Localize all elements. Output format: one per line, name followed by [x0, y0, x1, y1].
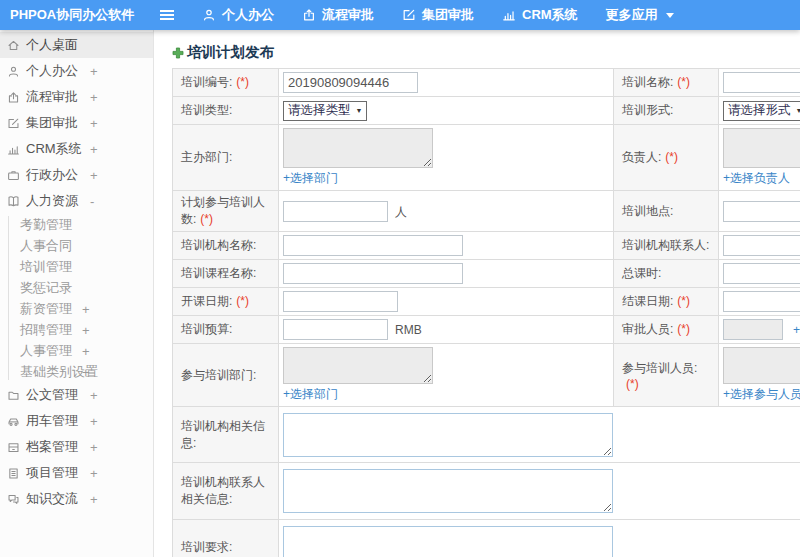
host-dept-textarea[interactable]	[283, 128, 433, 168]
car-icon	[7, 415, 20, 428]
training-type-select[interactable]: 请选择类型▼	[283, 101, 367, 121]
nav-group-approval[interactable]: 集团审批	[402, 6, 474, 24]
location-input[interactable]	[723, 201, 800, 222]
expand-plus-icon[interactable]: +	[90, 440, 98, 455]
form-row: 培训要求:	[173, 520, 800, 557]
briefcase-icon	[7, 169, 20, 182]
sidebar-item-label: 流程审批	[26, 88, 78, 106]
sidebar-subitem-label: 人事合同	[20, 237, 72, 255]
expand-plus-icon[interactable]: +	[90, 492, 98, 507]
sidebar-subitem-rewards[interactable]: 奖惩记录	[0, 277, 153, 298]
page-title-row: 培训计划发布	[155, 30, 800, 68]
budget-input[interactable]	[283, 319, 388, 340]
nav-personal-office[interactable]: 个人办公	[202, 6, 274, 24]
sidebar-subitem-label: 培训管理	[20, 258, 72, 276]
sidebar-item-admin-office[interactable]: 行政办公 +	[0, 162, 153, 188]
form-row: 开课日期:(*) 结课日期:(*)	[173, 288, 800, 316]
form-row: 计划参与培训人数:(*) 人 培训地点:	[173, 191, 800, 232]
training-no-input[interactable]	[283, 72, 418, 93]
sidebar-subitem-hr-contract[interactable]: 人事合同	[0, 235, 153, 256]
expand-plus-icon[interactable]: +	[90, 90, 98, 105]
org-contact-input[interactable]	[723, 235, 800, 256]
sidebar-subitem-training[interactable]: 培训管理	[0, 256, 153, 277]
sidebar-item-group-approval[interactable]: 集团审批 +	[0, 110, 153, 136]
org-contact-info-label: 培训机构联系人相关信息:	[181, 475, 265, 506]
location-label: 培训地点:	[622, 204, 673, 218]
planned-count-label: 计划参与培训人数:	[181, 195, 265, 226]
org-contact-label: 培训机构联系人:	[622, 238, 709, 252]
participating-dept-textarea[interactable]	[283, 347, 433, 384]
expand-plus-icon[interactable]: +	[90, 168, 98, 183]
requirements-label: 培训要求:	[181, 540, 232, 554]
select-participants-link[interactable]: +选择参与人员	[723, 386, 800, 403]
nav-label: CRM系统	[522, 6, 578, 24]
sidebar-item-label: 个人桌面	[26, 36, 78, 54]
expand-plus-icon[interactable]: +	[82, 301, 90, 316]
end-date-input[interactable]	[723, 291, 800, 312]
sidebar-subitem-recruiting[interactable]: 招聘管理 +	[0, 319, 153, 340]
participating-dept-label: 参与培训部门:	[181, 368, 256, 382]
expand-plus-icon[interactable]: +	[90, 466, 98, 481]
expand-plus-icon[interactable]: +	[90, 388, 98, 403]
expand-plus-icon[interactable]: +	[90, 116, 98, 131]
nav-crm-system[interactable]: CRM系统	[502, 6, 578, 24]
expand-plus-icon[interactable]: +	[82, 364, 90, 379]
expand-plus-icon[interactable]: +	[90, 414, 98, 429]
course-name-input[interactable]	[283, 263, 463, 284]
sidebar-subitem-attendance[interactable]: 考勤管理	[0, 214, 153, 235]
sidebar-item-label: 项目管理	[26, 464, 78, 482]
nav-more-apps[interactable]: 更多应用	[606, 6, 674, 24]
select-leader-link[interactable]: +选择负责人	[723, 170, 790, 187]
select-dept-link[interactable]: +选择部门	[283, 170, 338, 187]
nav-label: 集团审批	[422, 6, 474, 24]
sidebar-item-knowledge[interactable]: 知识交流 +	[0, 486, 153, 512]
nav-label: 流程审批	[322, 6, 374, 24]
sidebar-subitem-personnel[interactable]: 人事管理 +	[0, 340, 153, 361]
training-type-label: 培训类型:	[181, 103, 232, 117]
participants-textarea[interactable]	[723, 347, 800, 384]
caret-down-icon: ▼	[796, 107, 800, 114]
nav-process-approval[interactable]: 流程审批	[302, 6, 374, 24]
org-name-input[interactable]	[283, 235, 463, 256]
sidebar-item-crm[interactable]: CRM系统 +	[0, 136, 153, 162]
requirements-textarea[interactable]	[283, 526, 613, 557]
start-date-input[interactable]	[283, 291, 398, 312]
sidebar-item-label: 集团审批	[26, 114, 78, 132]
user-icon	[202, 8, 216, 22]
sidebar-item-vehicle[interactable]: 用车管理 +	[0, 408, 153, 434]
book-icon	[7, 195, 20, 208]
training-name-input[interactable]	[723, 72, 800, 93]
sidebar-item-label: 行政办公	[26, 166, 78, 184]
expand-plus-icon[interactable]: +	[90, 64, 98, 79]
hamburger-menu-icon[interactable]	[158, 8, 176, 22]
planned-count-input[interactable]	[283, 201, 388, 222]
budget-label: 培训预算:	[181, 322, 232, 336]
sidebar-item-label: 档案管理	[26, 438, 78, 456]
expand-plus-icon[interactable]: +	[82, 343, 90, 358]
leader-textarea[interactable]	[723, 128, 800, 168]
sidebar-item-desktop[interactable]: 个人桌面	[0, 32, 153, 58]
total-hours-input[interactable]	[723, 263, 800, 284]
sidebar-item-documents[interactable]: 公文管理 +	[0, 382, 153, 408]
user-icon	[7, 65, 20, 78]
org-info-textarea[interactable]	[283, 413, 613, 457]
sidebar-item-projects[interactable]: 项目管理 +	[0, 460, 153, 486]
sidebar-subitem-salary[interactable]: 薪资管理 +	[0, 298, 153, 319]
select-approver-link[interactable]: +选择审批人员	[793, 323, 800, 337]
sidebar-subitem-base-category[interactable]: 基础类别设置 +	[0, 361, 153, 382]
expand-plus-icon[interactable]: +	[90, 142, 98, 157]
sidebar-item-personal-office[interactable]: 个人办公 +	[0, 58, 153, 84]
select-value: 请选择形式	[728, 102, 791, 119]
sidebar: 个人桌面 个人办公 + 流程审批 + 集团审批 + CRM系统 + 行政办公 +…	[0, 30, 154, 557]
upload-icon	[302, 8, 316, 22]
approver-input[interactable]	[723, 319, 783, 340]
collapse-minus-icon[interactable]: -	[90, 194, 94, 209]
training-form-select[interactable]: 请选择形式▼	[723, 101, 800, 121]
required-mark: (*)	[626, 377, 639, 391]
sidebar-item-hr[interactable]: 人力资源 -	[0, 188, 153, 214]
org-contact-info-textarea[interactable]	[283, 469, 613, 513]
sidebar-item-archives[interactable]: 档案管理 +	[0, 434, 153, 460]
select-dept-link[interactable]: +选择部门	[283, 386, 338, 403]
expand-plus-icon[interactable]: +	[82, 322, 90, 337]
sidebar-item-process-approval[interactable]: 流程审批 +	[0, 84, 153, 110]
